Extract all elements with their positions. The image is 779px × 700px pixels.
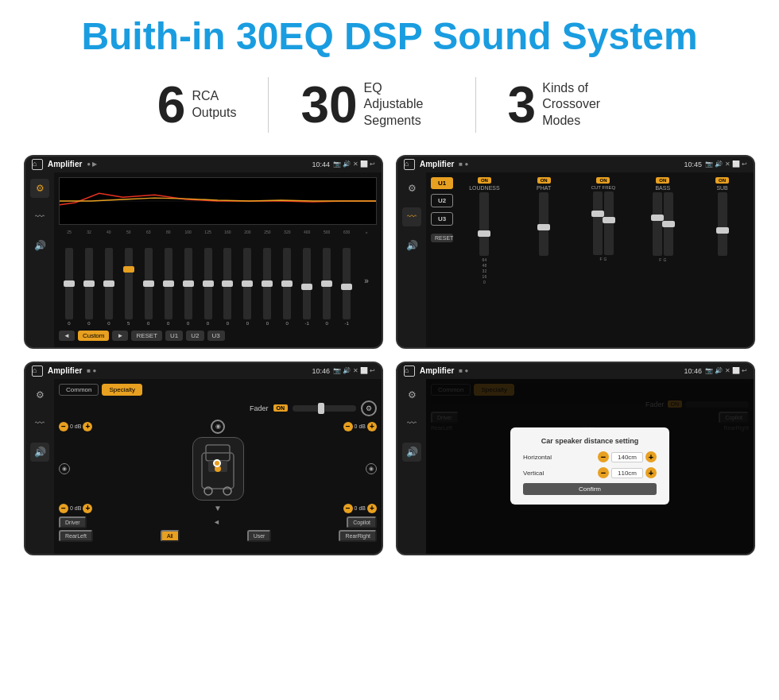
fader-copilot-btn[interactable]: Copilot xyxy=(347,516,377,528)
fader-driver-btn[interactable]: Driver xyxy=(59,516,87,528)
eq-icon-equalizer[interactable]: ⚙ xyxy=(30,179,49,198)
dialog-horizontal-label: Horizontal xyxy=(523,454,563,461)
eq-band-14[interactable]: -1 xyxy=(338,248,355,326)
dialog-vertical-row: Vertical − 110cm + xyxy=(523,467,657,478)
fader-icon-wave[interactable]: 〰 xyxy=(30,414,49,433)
eq-band-2[interactable]: 0 xyxy=(100,248,118,326)
fader-dialog-main: Common Specialty Fader ON Driver Copilot xyxy=(426,379,754,554)
eq-u1-btn[interactable]: U1 xyxy=(165,331,183,341)
car-body-center xyxy=(126,437,310,501)
fader-rearleft-btn[interactable]: RearLeft xyxy=(59,530,93,542)
stat-eq-label: EQ AdjustableSegments xyxy=(364,80,444,130)
bass-slider-g[interactable] xyxy=(664,192,673,256)
sub-toggle[interactable]: ON xyxy=(715,177,729,184)
tl-plus[interactable]: + xyxy=(83,422,92,431)
cutfreq-slider-f[interactable] xyxy=(593,191,603,255)
crossover-icon-active[interactable]: 〰 xyxy=(402,207,421,226)
fader-all-btn[interactable]: All xyxy=(161,530,180,542)
fader-tab-specialty[interactable]: Specialty xyxy=(102,384,141,396)
eq-next-btn[interactable]: ► xyxy=(112,331,128,341)
tl-minus[interactable]: − xyxy=(59,422,68,431)
eq-band-6[interactable]: 0 xyxy=(180,248,197,326)
page-wrapper: Buith-in 30EQ DSP Sound System 6 RCAOutp… xyxy=(0,0,779,571)
home-icon-3[interactable]: ⌂ xyxy=(32,365,43,377)
horizontal-minus-btn[interactable]: − xyxy=(598,451,609,462)
fader-slider[interactable] xyxy=(293,405,356,412)
eq-band-8[interactable]: 0 xyxy=(219,248,237,326)
sub-slider[interactable] xyxy=(718,192,727,256)
eq-band-0[interactable]: 0 xyxy=(60,248,78,326)
eq-band-1[interactable]: 0 xyxy=(80,248,98,326)
eq-more-icon[interactable]: » xyxy=(358,277,375,285)
app-title-crossover: Amplifier xyxy=(420,160,454,168)
bass-toggle[interactable]: ON xyxy=(656,177,669,184)
crossover-icon-eq[interactable]: ⚙ xyxy=(402,179,421,198)
fader-settings-icon[interactable]: ⚙ xyxy=(361,400,377,416)
cutfreq-slider-g[interactable] xyxy=(604,191,614,255)
fader-rearright-btn[interactable]: RearRight xyxy=(339,530,377,542)
fader-user-btn[interactable]: User xyxy=(247,530,272,542)
fd-icon-eq[interactable]: ⚙ xyxy=(402,385,421,404)
eq-band-3[interactable]: 5 xyxy=(120,248,138,326)
preset-u2[interactable]: U2 xyxy=(431,194,453,207)
eq-band-11[interactable]: 0 xyxy=(278,248,296,326)
dialog-vertical-label: Vertical xyxy=(523,470,563,477)
bass-slider-f[interactable] xyxy=(653,192,662,256)
eq-u3-btn[interactable]: U3 xyxy=(207,331,225,341)
fader-icon-speaker[interactable]: 🔊 xyxy=(30,443,49,462)
left-speaker-icon: ◉ xyxy=(59,463,70,474)
eq-sidebar: ⚙ 〰 🔊 xyxy=(25,172,54,347)
eq-band-5[interactable]: 0 xyxy=(160,248,177,326)
fd-icon-wave[interactable]: 〰 xyxy=(402,414,421,433)
fd-icon-speaker[interactable]: 🔊 xyxy=(402,443,421,462)
eq-band-9[interactable]: 0 xyxy=(238,248,256,326)
eq-band-4[interactable]: 0 xyxy=(140,248,157,326)
fader-on-badge[interactable]: ON xyxy=(273,404,289,412)
home-icon-2[interactable]: ⌂ xyxy=(404,159,415,170)
fader-dialog-status-icons: 📷 🔊 ✕ ⬜ ↩ xyxy=(705,367,747,374)
bl-minus[interactable]: − xyxy=(59,504,68,513)
fader-tab-common[interactable]: Common xyxy=(59,384,99,396)
eq-icon-speaker[interactable]: 🔊 xyxy=(30,236,49,255)
loudness-slider[interactable] xyxy=(479,192,489,256)
vertical-minus-btn[interactable]: − xyxy=(598,467,609,478)
crossover-icon-speaker[interactable]: 🔊 xyxy=(402,236,421,255)
phat-toggle[interactable]: ON xyxy=(537,177,551,184)
eq-reset-btn[interactable]: RESET xyxy=(131,331,162,341)
eq-band-12[interactable]: -1 xyxy=(298,248,316,326)
eq-prev-btn[interactable]: ◄ xyxy=(59,331,75,341)
phat-slider[interactable] xyxy=(539,192,548,256)
loudness-toggle[interactable]: ON xyxy=(478,177,491,184)
status-bar-left-crossover: ⌂ Amplifier ■ ● xyxy=(404,159,468,170)
eq-graph xyxy=(59,177,377,225)
bl-plus[interactable]: + xyxy=(83,504,92,513)
bottom-arrow: ▼ xyxy=(126,504,310,512)
preset-u1[interactable]: U1 xyxy=(431,177,453,189)
horizontal-plus-btn[interactable]: + xyxy=(645,451,657,462)
home-icon-4[interactable]: ⌂ xyxy=(404,365,415,377)
channel-loudness: ON LOUDNESS 64 48 32 16 0 xyxy=(458,177,511,342)
br-minus[interactable]: − xyxy=(343,504,353,513)
eq-icon-wave[interactable]: 〰 xyxy=(30,207,49,226)
tr-minus[interactable]: − xyxy=(343,422,353,431)
dialog-overlay: Car speaker distance setting Horizontal … xyxy=(426,379,754,554)
dialog-confirm-btn[interactable]: Confirm xyxy=(523,483,657,495)
fader-dialog-time: 10:46 xyxy=(684,367,703,375)
status-bar-right-eq: 10:44 📷 🔊 ✕ ⬜ ↩ xyxy=(312,160,375,168)
eq-custom-btn[interactable]: Custom xyxy=(78,331,110,341)
fader-icon-eq[interactable]: ⚙ xyxy=(30,385,49,404)
status-bar-left-eq: ⌂ Amplifier ● ▶ xyxy=(32,159,97,170)
bass-labels: F G xyxy=(659,257,666,262)
home-icon[interactable]: ⌂ xyxy=(32,159,43,170)
eq-band-13[interactable]: 0 xyxy=(318,248,335,326)
br-plus[interactable]: + xyxy=(367,504,377,513)
vertical-plus-btn[interactable]: + xyxy=(645,467,657,478)
eq-u2-btn[interactable]: U2 xyxy=(186,331,203,341)
cutfreq-toggle[interactable]: ON xyxy=(596,177,610,184)
eq-band-10[interactable]: 0 xyxy=(258,248,276,326)
tr-plus[interactable]: + xyxy=(367,422,377,431)
preset-u3[interactable]: U3 xyxy=(431,212,453,226)
eq-band-7[interactable]: 0 xyxy=(200,248,217,326)
fader-thumb xyxy=(318,403,324,414)
crossover-reset-btn[interactable]: RESET xyxy=(431,234,453,242)
